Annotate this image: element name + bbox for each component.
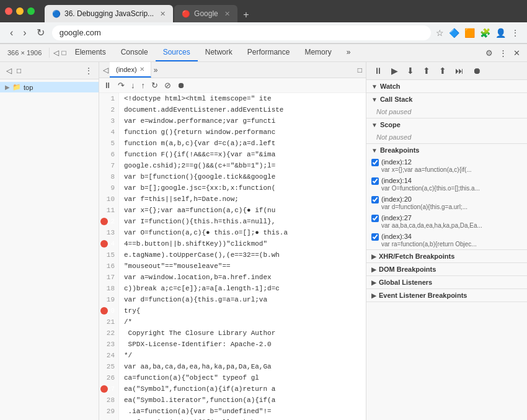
- code-tab-index[interactable]: (index) ✕: [110, 62, 151, 78]
- code-panel: ◁ (index) ✕ » □ ⏸ ↷ ↓ ↑ ↻ ⊘ ⏺ 12345678: [99, 62, 366, 420]
- file-tree-more-button[interactable]: ⋮: [84, 65, 94, 76]
- line-number[interactable]: 20: [99, 305, 118, 316]
- line-number[interactable]: 11: [99, 205, 118, 216]
- maximize-window-button[interactable]: [27, 7, 35, 15]
- debugger-button[interactable]: ⬇: [404, 65, 417, 77]
- deactivate-breakpoints-button[interactable]: ⊘: [162, 79, 173, 91]
- line-number[interactable]: 5: [99, 138, 118, 149]
- more-options-button[interactable]: ⋮: [497, 47, 509, 60]
- line-number[interactable]: 13: [99, 227, 118, 238]
- debugger-button[interactable]: ⏺: [470, 65, 484, 77]
- line-number[interactable]: 28: [99, 395, 118, 406]
- breakpoint-checkbox[interactable]: [371, 215, 379, 222]
- code-panel-maximize-button[interactable]: □: [356, 65, 363, 76]
- debugger-button[interactable]: ⬆: [420, 65, 433, 77]
- debugger-button[interactable]: ▶: [389, 65, 401, 77]
- line-number[interactable]: 18: [99, 283, 118, 294]
- line-number[interactable]: 25: [99, 361, 118, 372]
- reload-button[interactable]: ↻: [34, 25, 47, 40]
- url-input[interactable]: [52, 25, 431, 40]
- tab-elements[interactable]: Elements: [68, 44, 113, 61]
- section-header-event_listener_breakpoints[interactable]: ▶Event Listener Breakpoints: [366, 289, 527, 302]
- line-number[interactable]: 27: [99, 383, 118, 395]
- code-tabs-more-button[interactable]: »: [151, 66, 161, 74]
- section-header-dom_breakpoints[interactable]: ▶DOM Breakpoints: [366, 263, 527, 275]
- file-tree-item-top[interactable]: ▶ 📁 top: [0, 82, 99, 92]
- code-panel-toggle-button[interactable]: ◁: [102, 65, 110, 76]
- breakpoint-checkbox[interactable]: [371, 177, 379, 185]
- profile-icon[interactable]: 👤: [495, 28, 506, 38]
- line-number[interactable]: 15: [99, 249, 118, 261]
- tab-memory[interactable]: Memory: [297, 44, 339, 61]
- back-button[interactable]: ‹: [7, 26, 16, 40]
- section-header-call_stack[interactable]: ▼Call Stack: [366, 93, 527, 105]
- step-button[interactable]: ↻: [149, 79, 160, 91]
- section-header-watch[interactable]: ▼Watch: [366, 80, 527, 92]
- tab-console[interactable]: Console: [113, 44, 156, 61]
- line-number[interactable]: 10: [99, 194, 118, 205]
- debugger-button[interactable]: ⏭: [453, 65, 466, 77]
- line-number[interactable]: 8: [99, 171, 118, 182]
- line-number[interactable]: 16: [99, 261, 118, 272]
- step-over-button[interactable]: ↷: [116, 79, 126, 91]
- tab-network[interactable]: Network: [198, 44, 240, 61]
- step-into-button[interactable]: ↓: [129, 79, 137, 91]
- file-tree-toggle-button[interactable]: ◁: [5, 65, 13, 76]
- browser-tab-google[interactable]: 🔴 Google ✕: [174, 5, 237, 22]
- section-header-scope[interactable]: ▼Scope: [366, 118, 527, 131]
- extension-icon-2[interactable]: 🟧: [464, 28, 475, 38]
- breakpoint-checkbox[interactable]: [371, 233, 379, 241]
- section-header-xhr_breakpoints[interactable]: ▶XHR/Fetch Breakpoints: [366, 250, 527, 262]
- line-number[interactable]: 14: [99, 238, 118, 249]
- file-tree-layout-button[interactable]: □: [16, 65, 22, 76]
- chevron-icon: ▼: [371, 147, 378, 154]
- devtools-type-button-2[interactable]: □: [60, 47, 67, 58]
- line-number[interactable]: 29: [99, 406, 118, 417]
- breakpoint-checkbox[interactable]: [371, 159, 379, 166]
- bookmark-icon[interactable]: ☆: [436, 28, 444, 38]
- section-header-breakpoints[interactable]: ▼Breakpoints: [366, 144, 527, 156]
- line-number[interactable]: 7: [99, 160, 118, 171]
- pause-on-exceptions-button[interactable]: ⏺: [175, 79, 187, 91]
- new-tab-button[interactable]: +: [239, 7, 254, 22]
- debugger-button[interactable]: ⏸: [371, 65, 385, 77]
- line-number[interactable]: 17: [99, 272, 118, 283]
- debugger-button[interactable]: ⬆: [436, 65, 449, 77]
- code-content[interactable]: 1234567891011121314151617181920212223242…: [99, 93, 366, 420]
- line-number[interactable]: 1: [99, 93, 118, 104]
- line-number[interactable]: 22: [99, 328, 118, 339]
- tab-performance[interactable]: Performance: [240, 44, 298, 61]
- line-number[interactable]: 9: [99, 182, 118, 194]
- line-number[interactable]: 26: [99, 372, 118, 383]
- line-number[interactable]: 12: [99, 216, 118, 227]
- extension-icon-1[interactable]: 🔷: [449, 28, 459, 38]
- tab-close-google-button[interactable]: ✕: [224, 10, 230, 18]
- line-number[interactable]: 19: [99, 294, 118, 305]
- section-header-global_listeners[interactable]: ▶Global Listeners: [366, 276, 527, 288]
- pause-resume-button[interactable]: ⏸: [102, 79, 113, 91]
- line-number[interactable]: 23: [99, 339, 118, 350]
- close-window-button[interactable]: [5, 7, 12, 15]
- line-number[interactable]: 21: [99, 316, 118, 328]
- code-tab-close-button[interactable]: ✕: [140, 66, 144, 73]
- line-number[interactable]: 2: [99, 104, 118, 115]
- settings-icon-button[interactable]: ⚙: [484, 47, 495, 60]
- extension-icon-3[interactable]: 🧩: [480, 28, 490, 38]
- tab-more[interactable]: »: [339, 44, 358, 61]
- line-number[interactable]: 24: [99, 350, 118, 361]
- breakpoint-checkbox[interactable]: [371, 196, 379, 203]
- line-number[interactable]: 6: [99, 149, 118, 160]
- line-number[interactable]: 4: [99, 127, 118, 138]
- line-number[interactable]: 3: [99, 115, 118, 127]
- breakpoint-text-wrap: (index):14var O=function(a,c){this.o=[];…: [381, 177, 480, 192]
- step-out-button[interactable]: ↑: [140, 79, 148, 91]
- devtools-type-button-1[interactable]: ◁: [52, 47, 60, 58]
- line-number[interactable]: 30: [99, 417, 118, 420]
- minimize-window-button[interactable]: [16, 7, 24, 15]
- tab-sources[interactable]: Sources: [156, 44, 198, 61]
- menu-icon[interactable]: ⋮: [511, 28, 520, 38]
- tab-close-button[interactable]: ✕: [160, 10, 166, 18]
- close-devtools-button[interactable]: ✕: [512, 47, 522, 60]
- browser-tab-active[interactable]: 🔵 36. Debugging JavaScrip... ✕: [45, 5, 173, 22]
- forward-button[interactable]: ›: [20, 26, 29, 40]
